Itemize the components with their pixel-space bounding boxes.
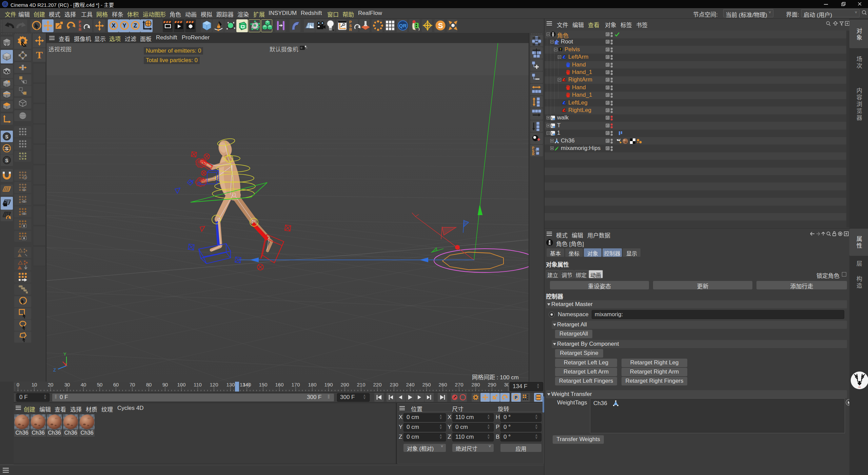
svg-text:R: R — [532, 152, 535, 155]
svg-text:X: X — [64, 362, 67, 367]
svg-text:网格间距 : 100 cm: 网格间距 : 100 cm — [472, 374, 519, 381]
svg-text:S: S — [5, 134, 8, 139]
svg-text:R: R — [349, 27, 352, 32]
svg-text:S: S — [5, 146, 8, 151]
svg-text:xx: xx — [859, 386, 861, 388]
svg-text:S: S — [5, 158, 8, 163]
svg-text:134): 134) — [240, 382, 250, 387]
svg-text:R: R — [79, 27, 81, 32]
svg-text:QR: QR — [399, 23, 407, 28]
svg-text:X: X — [112, 22, 116, 29]
svg-text:Y: Y — [122, 22, 126, 29]
svg-text:Z: Z — [53, 367, 56, 373]
svg-text:S: S — [438, 21, 443, 30]
svg-text:300: 300 — [504, 382, 509, 387]
svg-text:P: P — [515, 395, 517, 400]
svg-text:Y: Y — [63, 352, 66, 357]
svg-text:Z: Z — [134, 22, 137, 29]
svg-text:T: T — [36, 50, 43, 60]
